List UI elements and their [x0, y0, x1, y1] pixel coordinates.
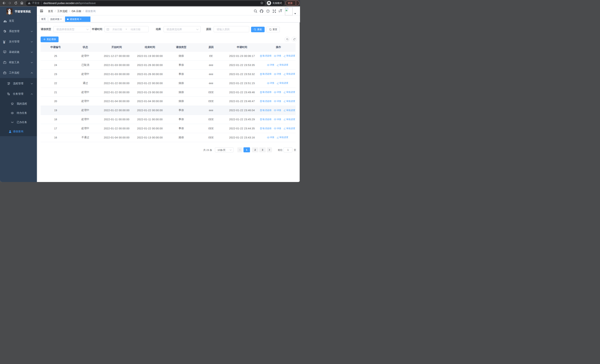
svg-text:?: ?	[267, 10, 269, 12]
